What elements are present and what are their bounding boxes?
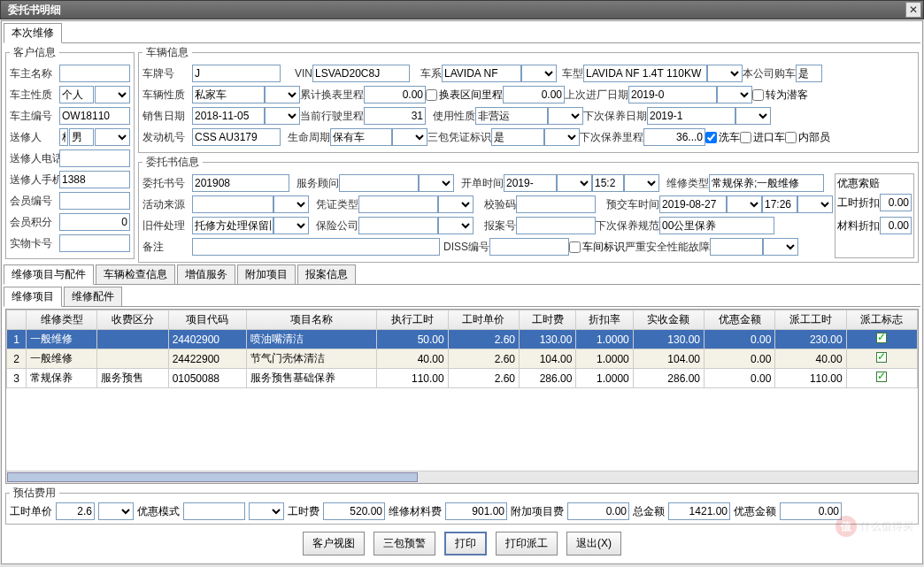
dispatch-flag-check[interactable]: [876, 333, 887, 343]
remark-input[interactable]: [192, 238, 440, 256]
sender-gender-select[interactable]: [95, 128, 130, 146]
dispatch-flag-check[interactable]: [876, 352, 887, 363]
open-time-select[interactable]: [624, 174, 659, 192]
table-row[interactable]: 2一般维修24422900节气门壳体清洁40.002.60104.001.000…: [7, 349, 918, 369]
col-header[interactable]: 工时单价: [448, 310, 519, 330]
deliver-date-input[interactable]: [659, 195, 727, 213]
col-header[interactable]: 项目代码: [168, 310, 246, 330]
mat-disc-input[interactable]: [880, 217, 912, 234]
col-header[interactable]: 工时费: [520, 310, 576, 330]
est-unit-input[interactable]: [56, 502, 95, 520]
series-input[interactable]: [442, 65, 521, 82]
open-time-input[interactable]: [592, 174, 624, 192]
act-src-select[interactable]: [273, 195, 309, 213]
veh-type-input[interactable]: [192, 86, 265, 103]
col-header[interactable]: 派工标志: [846, 310, 917, 330]
col-header[interactable]: 执行工时: [377, 310, 448, 330]
est-mode-select[interactable]: [249, 502, 284, 520]
chg-mile-check[interactable]: [426, 89, 437, 101]
use-type-input[interactable]: [475, 107, 548, 125]
grid-tab-3[interactable]: 附加项目: [237, 264, 296, 284]
vin-input[interactable]: [312, 65, 410, 82]
table-row[interactable]: 3常规保养服务预售01050088服务预售基础保养110.002.60286.0…: [7, 369, 918, 388]
repair-type-input[interactable]: [709, 174, 824, 192]
member-pts-input[interactable]: [59, 213, 130, 231]
cert-type-select[interactable]: [438, 195, 474, 213]
col-header[interactable]: 维修类型: [27, 310, 97, 330]
model-select[interactable]: [707, 65, 743, 82]
dispatch-flag-check[interactable]: [876, 372, 887, 382]
sanbao-input[interactable]: [491, 128, 544, 146]
items-grid[interactable]: 维修类型收费区分项目代码项目名称执行工时工时单价工时费折扣率实收金额优惠金额派工…: [5, 309, 919, 484]
sanbao-warn-button[interactable]: 三包预警: [373, 532, 435, 556]
sale-date-input[interactable]: [192, 107, 265, 125]
series-select[interactable]: [521, 65, 557, 82]
advisor-select[interactable]: [419, 174, 454, 192]
next-spec-input[interactable]: [659, 217, 774, 234]
est-unit-select[interactable]: [98, 502, 134, 520]
col-header[interactable]: 派工工时: [775, 310, 846, 330]
life-select[interactable]: [392, 128, 427, 146]
import-check[interactable]: [740, 132, 751, 143]
est-mode-input[interactable]: [183, 502, 245, 520]
deliver-date-select[interactable]: [727, 195, 762, 213]
close-icon[interactable]: ✕: [905, 2, 921, 18]
col-header[interactable]: 收费区分: [97, 310, 168, 330]
est-labor-input[interactable]: [323, 502, 385, 520]
sender-input[interactable]: [59, 128, 68, 146]
old-part-input[interactable]: [192, 217, 273, 234]
model-input[interactable]: [583, 65, 707, 82]
diss-input[interactable]: [489, 238, 569, 256]
grid-tab-2[interactable]: 增值服务: [177, 264, 235, 284]
fault-select[interactable]: [763, 238, 798, 256]
veh-type-select[interactable]: [265, 86, 300, 103]
cust-view-button[interactable]: 客户视图: [303, 532, 365, 556]
act-src-input[interactable]: [192, 195, 273, 213]
col-header[interactable]: 实收金额: [633, 310, 704, 330]
col-header[interactable]: 折扣率: [576, 310, 633, 330]
owner-type-input[interactable]: [59, 86, 94, 103]
advisor-input[interactable]: [339, 174, 419, 192]
internal-check[interactable]: [785, 132, 797, 143]
card-no-input[interactable]: [59, 234, 130, 252]
last-date-select[interactable]: [717, 86, 752, 103]
report-no-input[interactable]: [516, 217, 596, 234]
deliver-time-input[interactable]: [762, 195, 797, 213]
wash-check[interactable]: [705, 132, 717, 143]
owner-name-input[interactable]: [59, 65, 130, 82]
table-row[interactable]: 1一般维修24402900喷油嘴清洁50.002.60130.001.00001…: [7, 330, 918, 349]
owner-type-select[interactable]: [95, 86, 130, 103]
est-extra-input[interactable]: [567, 502, 629, 520]
grid-tab-4[interactable]: 报案信息: [297, 264, 356, 284]
open-date-select[interactable]: [557, 174, 592, 192]
scrollbar-thumb[interactable]: [7, 472, 418, 482]
owner-no-input[interactable]: [59, 107, 130, 125]
sender-gender-input[interactable]: [69, 128, 94, 146]
est-disc-input[interactable]: [780, 502, 842, 520]
col-header[interactable]: 项目名称: [246, 310, 377, 330]
next-maint-date-select[interactable]: [735, 107, 771, 125]
plate-input[interactable]: [192, 65, 281, 82]
inter-flag-check[interactable]: [569, 241, 581, 253]
sender-mobile-input[interactable]: [59, 171, 130, 188]
member-no-input[interactable]: [59, 192, 130, 210]
sender-tel-input[interactable]: [59, 149, 130, 167]
old-part-select[interactable]: [273, 217, 309, 234]
next-maint-date-input[interactable]: [647, 107, 735, 125]
sale-date-select[interactable]: [265, 107, 300, 125]
fault-input[interactable]: [710, 238, 763, 256]
cur-mile-input[interactable]: [364, 107, 426, 125]
next-maint-mile-input[interactable]: [643, 128, 705, 146]
horizontal-scrollbar[interactable]: [6, 471, 918, 483]
print-button[interactable]: 打印: [444, 532, 487, 556]
our-car-input[interactable]: [796, 65, 822, 82]
exit-button[interactable]: 退出(X): [566, 532, 621, 556]
grid-subtab-1[interactable]: 维修配件: [64, 287, 122, 306]
col-header[interactable]: [7, 310, 27, 330]
est-total-input[interactable]: [668, 502, 730, 520]
acc-mile-input[interactable]: [364, 86, 426, 103]
to-guest-check[interactable]: [752, 89, 764, 101]
col-header[interactable]: 优惠金额: [705, 310, 775, 330]
grid-subtab-0[interactable]: 维修项目: [4, 287, 62, 307]
check-code-input[interactable]: [516, 195, 596, 213]
